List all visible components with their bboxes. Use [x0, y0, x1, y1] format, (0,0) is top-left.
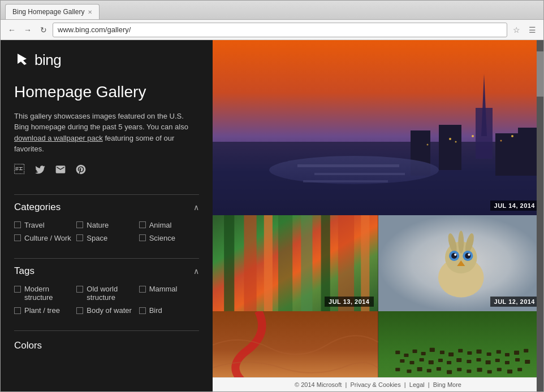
gallery-item-4[interactable] [213, 311, 378, 377]
category-culture-label: Culture / Work [24, 234, 71, 242]
active-tab[interactable]: Bing Homepage Gallery ✕ [5, 4, 100, 19]
menu-icon[interactable]: ☰ [525, 23, 539, 37]
wallpaper-link[interactable]: download a wallpaper pack [14, 134, 103, 142]
svg-rect-4 [476, 108, 493, 159]
category-space[interactable]: Space [76, 234, 136, 242]
svg-point-14 [455, 141, 457, 143]
gallery-item-3[interactable]: JUL 12, 2014 [378, 215, 544, 311]
category-science[interactable]: Science [139, 234, 199, 242]
svg-rect-12 [303, 180, 388, 182]
tag-bird[interactable]: Bird [139, 306, 199, 315]
tags-collapse-icon[interactable]: ∧ [193, 267, 199, 276]
svg-rect-23 [278, 215, 292, 311]
pinterest-icon[interactable] [75, 164, 88, 176]
facebook-icon[interactable]:  [14, 164, 27, 176]
svg-rect-59 [409, 361, 414, 364]
category-nature-checkbox[interactable] [76, 221, 83, 228]
refresh-button[interactable]: ↻ [37, 23, 50, 37]
tag-old-world-structure-checkbox[interactable] [76, 286, 83, 293]
svg-rect-43 [395, 351, 400, 354]
category-animal-label: Animal [149, 221, 172, 229]
tab-bar: Bing Homepage Gallery ✕ [1, 1, 543, 20]
svg-point-16 [500, 140, 502, 142]
svg-rect-11 [314, 173, 405, 175]
svg-rect-20 [224, 215, 234, 311]
address-input[interactable]: www.bing.com/gallery/ [53, 23, 507, 37]
svg-point-39 [468, 254, 470, 256]
gallery-image-4-svg [213, 311, 378, 377]
svg-marker-0 [18, 54, 27, 65]
category-space-checkbox[interactable] [76, 234, 83, 241]
category-culture-checkbox[interactable] [14, 234, 21, 241]
category-travel[interactable]: Travel [14, 221, 74, 229]
categories-section-header: Categories ∧ [14, 202, 199, 213]
tag-plant-tree-label: Plant / tree [24, 306, 60, 315]
svg-rect-5 [439, 125, 461, 170]
category-science-checkbox[interactable] [139, 234, 146, 241]
gallery-item-3-date-badge: JUL 12, 2014 [490, 297, 539, 307]
gallery-scrollbar[interactable] [537, 40, 543, 391]
svg-rect-66 [476, 358, 481, 361]
gallery-item-featured[interactable]: JUL 14, 2014 [213, 40, 543, 215]
gallery: JUL 14, 2014 [213, 40, 543, 391]
svg-rect-61 [428, 360, 433, 364]
svg-rect-67 [485, 360, 490, 364]
svg-rect-79 [467, 369, 471, 373]
svg-rect-10 [297, 164, 399, 167]
svg-rect-84 [517, 368, 522, 371]
svg-point-9 [269, 156, 439, 184]
tag-body-of-water-checkbox[interactable] [76, 307, 83, 314]
tag-bird-checkbox[interactable] [139, 307, 146, 314]
svg-rect-83 [507, 369, 512, 373]
tag-old-world-structure[interactable]: Old world structure [76, 285, 136, 302]
svg-rect-72 [395, 368, 400, 371]
gallery-grid: JUL 14, 2014 [213, 40, 543, 377]
categories-collapse-icon[interactable]: ∧ [193, 203, 199, 212]
tag-mammal[interactable]: Mammal [139, 285, 199, 302]
gallery-item-2[interactable]: JUL 13, 2014 [213, 215, 378, 311]
footer-privacy-link[interactable]: Privacy & Cookies [350, 381, 400, 388]
category-travel-checkbox[interactable] [14, 221, 21, 228]
svg-point-38 [454, 254, 456, 256]
category-animal[interactable]: Animal [139, 221, 199, 229]
footer-bing-more-link[interactable]: Bing More [433, 381, 461, 388]
tag-body-of-water[interactable]: Body of water [76, 306, 136, 315]
gallery-item-5[interactable] [378, 311, 544, 377]
svg-point-36 [451, 253, 457, 259]
featured-date-badge: JUL 14, 2014 [490, 201, 539, 211]
social-icons:  [14, 164, 199, 176]
tag-modern-structure-checkbox[interactable] [14, 286, 21, 293]
svg-rect-24 [301, 215, 312, 311]
svg-rect-52 [476, 350, 481, 354]
email-icon[interactable] [55, 164, 67, 176]
footer-copyright: © 2014 Microsoft [295, 381, 342, 388]
tag-modern-structure[interactable]: Modern structure [14, 285, 74, 302]
tag-bird-label: Bird [149, 306, 162, 315]
tab-close-button[interactable]: ✕ [88, 9, 92, 15]
category-nature[interactable]: Nature [76, 221, 136, 229]
featured-image-svg [213, 40, 543, 215]
scrollbar-thumb[interactable] [537, 51, 543, 97]
svg-rect-22 [264, 215, 273, 311]
category-culture[interactable]: Culture / Work [14, 234, 74, 242]
back-button[interactable]: ← [5, 23, 19, 37]
gallery-image-5-svg [378, 311, 544, 377]
svg-rect-53 [486, 352, 491, 356]
tab-title: Bing Homepage Gallery [12, 8, 84, 16]
category-nature-label: Nature [87, 221, 109, 229]
forward-button[interactable]: → [21, 23, 34, 37]
tag-plant-tree[interactable]: Plant / tree [14, 306, 74, 315]
svg-rect-65 [467, 360, 471, 363]
tag-mammal-checkbox[interactable] [139, 286, 146, 293]
sidebar: bing Homepage Gallery This gallery showc… [1, 40, 213, 391]
category-animal-checkbox[interactable] [139, 221, 146, 228]
tag-plant-tree-checkbox[interactable] [14, 307, 21, 314]
bing-logo-icon [14, 53, 30, 68]
twitter-icon[interactable] [34, 164, 47, 176]
bookmark-icon[interactable]: ☆ [510, 23, 523, 37]
footer-legal-link[interactable]: Legal [409, 381, 425, 388]
svg-rect-54 [496, 350, 500, 354]
gallery-item-2-date-badge: JUL 13, 2014 [325, 297, 373, 307]
svg-rect-63 [447, 361, 451, 364]
svg-rect-70 [515, 358, 520, 361]
